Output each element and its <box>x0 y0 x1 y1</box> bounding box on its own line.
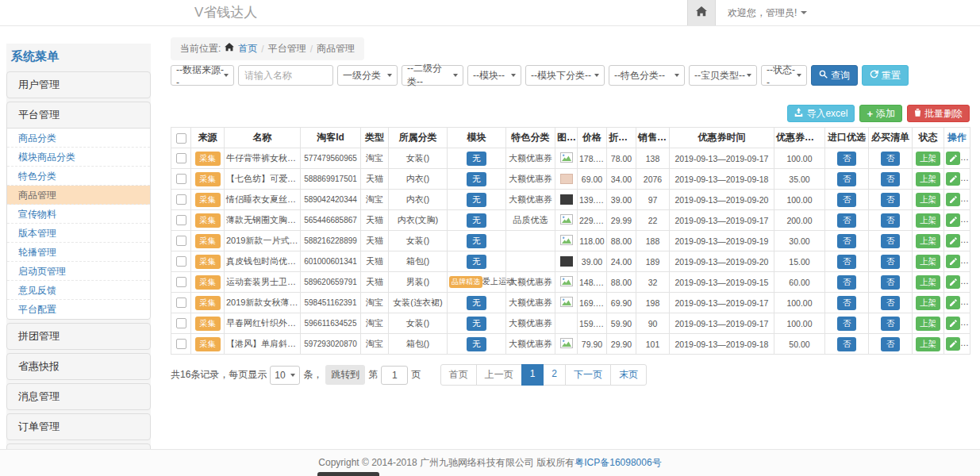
row-checkbox[interactable] <box>176 339 186 349</box>
module-badge[interactable]: 无 <box>467 213 486 228</box>
jump-button[interactable]: 跳转到 <box>325 365 365 385</box>
pager-button-首页[interactable]: 首页 <box>440 364 477 386</box>
edit-button[interactable] <box>946 337 960 351</box>
sidebar-item[interactable]: 商品管理 <box>7 186 150 205</box>
edit-button[interactable] <box>946 234 960 248</box>
filter-select-6[interactable]: --状态-- <box>761 65 807 86</box>
must-buy-toggle[interactable]: 否 <box>881 152 901 166</box>
import-select-toggle[interactable]: 否 <box>837 213 857 228</box>
batch-delete-button[interactable]: 批量删除 <box>907 105 970 122</box>
per-page-select[interactable]: 10 <box>270 366 300 385</box>
import-select-toggle[interactable]: 否 <box>837 337 857 351</box>
sidebar-item[interactable]: 商品分类 <box>7 129 150 148</box>
pager-button-下一页[interactable]: 下一页 <box>565 364 611 386</box>
module-badge[interactable]: 无 <box>467 255 486 269</box>
module-badge[interactable]: 无 <box>467 296 486 310</box>
row-checkbox[interactable] <box>176 277 186 287</box>
sidebar-item[interactable]: 平台配置 <box>7 300 150 319</box>
row-checkbox[interactable] <box>176 318 186 328</box>
edit-button[interactable] <box>946 296 960 309</box>
import-select-toggle[interactable]: 否 <box>837 172 857 186</box>
status-button[interactable]: 上架 <box>916 317 940 331</box>
must-buy-toggle[interactable]: 否 <box>881 255 901 269</box>
edit-button[interactable] <box>946 213 960 227</box>
row-checkbox[interactable] <box>176 194 186 205</box>
pager-button-1[interactable]: 1 <box>521 364 544 386</box>
must-buy-toggle[interactable]: 否 <box>881 193 901 207</box>
status-button[interactable]: 上架 <box>916 172 940 186</box>
user-menu[interactable]: 欢迎您，管理员! <box>728 6 807 20</box>
sidebar-item[interactable]: 模块商品分类 <box>7 148 150 167</box>
edit-button[interactable] <box>946 152 960 165</box>
row-checkbox[interactable] <box>176 153 186 163</box>
row-checkbox[interactable] <box>176 256 186 267</box>
sidebar-item[interactable]: 轮播管理 <box>7 243 150 262</box>
filter-source-select[interactable]: --数据来源-- <box>171 65 234 86</box>
sidebar-item[interactable]: 特色分类 <box>7 167 150 186</box>
status-button[interactable]: 上架 <box>916 296 940 310</box>
must-buy-toggle[interactable]: 否 <box>881 337 901 351</box>
import-select-toggle[interactable]: 否 <box>837 152 857 166</box>
module-badge[interactable]: 无 <box>467 172 486 186</box>
module-badge[interactable]: 无 <box>467 317 486 331</box>
pager-button-末页[interactable]: 末页 <box>610 364 647 386</box>
page-input[interactable] <box>381 366 408 385</box>
sidebar-item[interactable]: 启动页管理 <box>7 262 150 281</box>
import-select-toggle[interactable]: 否 <box>837 193 857 207</box>
module-badge[interactable]: 无 <box>467 234 486 248</box>
icp-link[interactable]: 粤ICP备16098006号 <box>575 456 661 470</box>
row-checkbox[interactable] <box>176 174 186 184</box>
sidebar-section-header[interactable]: 拼团管理 <box>7 324 150 349</box>
edit-button[interactable] <box>946 193 960 206</box>
breadcrumb-home-link[interactable]: 首页 <box>238 42 257 56</box>
import-select-toggle[interactable]: 否 <box>837 275 857 290</box>
edit-button[interactable] <box>946 255 960 268</box>
import-select-toggle[interactable]: 否 <box>837 296 857 310</box>
pager-button-上一页[interactable]: 上一页 <box>476 364 522 386</box>
must-buy-toggle[interactable]: 否 <box>881 275 901 290</box>
filter-select-3[interactable]: --模块下分类-- <box>525 65 605 86</box>
home-button[interactable] <box>687 0 716 25</box>
sidebar-item[interactable]: 意见反馈 <box>7 281 150 300</box>
filter-select-2[interactable]: --模块-- <box>467 65 521 86</box>
select-all-checkbox[interactable] <box>176 133 186 144</box>
edit-button[interactable] <box>946 317 960 330</box>
import-excel-button[interactable]: 导入excel <box>787 105 855 122</box>
must-buy-toggle[interactable]: 否 <box>881 172 901 186</box>
filter-select-1[interactable]: --二级分类-- <box>402 65 463 86</box>
import-select-toggle[interactable]: 否 <box>837 255 857 269</box>
status-button[interactable]: 上架 <box>916 337 940 351</box>
filter-select-0[interactable]: 一级分类 <box>337 65 398 86</box>
must-buy-toggle[interactable]: 否 <box>881 317 901 331</box>
sidebar-section-header[interactable]: 订单管理 <box>7 414 150 440</box>
add-button[interactable]: + 添加 <box>859 105 902 122</box>
sidebar-section-header[interactable]: 消息管理 <box>7 384 150 409</box>
status-button[interactable]: 上架 <box>916 213 940 228</box>
module-badge[interactable]: 无 <box>467 193 486 207</box>
edit-button[interactable] <box>946 172 960 186</box>
sidebar-section-header[interactable]: 省惠快报 <box>7 354 150 379</box>
status-button[interactable]: 上架 <box>916 234 940 248</box>
status-button[interactable]: 上架 <box>916 193 940 207</box>
row-checkbox[interactable] <box>176 298 186 308</box>
edit-button[interactable] <box>946 275 960 289</box>
must-buy-toggle[interactable]: 否 <box>881 234 901 248</box>
sidebar-item[interactable]: 版本管理 <box>7 224 150 243</box>
sidebar-section-header[interactable]: 用户管理 <box>7 72 150 98</box>
status-button[interactable]: 上架 <box>916 152 940 166</box>
filter-select-4[interactable]: --特色分类-- <box>609 65 685 86</box>
row-checkbox[interactable] <box>176 215 186 225</box>
query-button[interactable]: 查询 <box>811 65 858 86</box>
import-select-toggle[interactable]: 否 <box>837 317 857 331</box>
reset-button[interactable]: 重置 <box>862 65 909 86</box>
filter-select-5[interactable]: --宝贝类型-- <box>689 65 757 86</box>
module-badge[interactable]: 无 <box>467 337 486 351</box>
filter-name-input[interactable] <box>238 65 333 86</box>
sidebar-item[interactable]: 宣传物料 <box>7 205 150 224</box>
must-buy-toggle[interactable]: 否 <box>881 296 901 310</box>
status-button[interactable]: 上架 <box>916 275 940 290</box>
pager-button-2[interactable]: 2 <box>543 364 566 386</box>
must-buy-toggle[interactable]: 否 <box>881 213 901 228</box>
status-button[interactable]: 上架 <box>916 255 940 269</box>
sidebar-section-header[interactable]: 平台管理 <box>7 102 150 128</box>
